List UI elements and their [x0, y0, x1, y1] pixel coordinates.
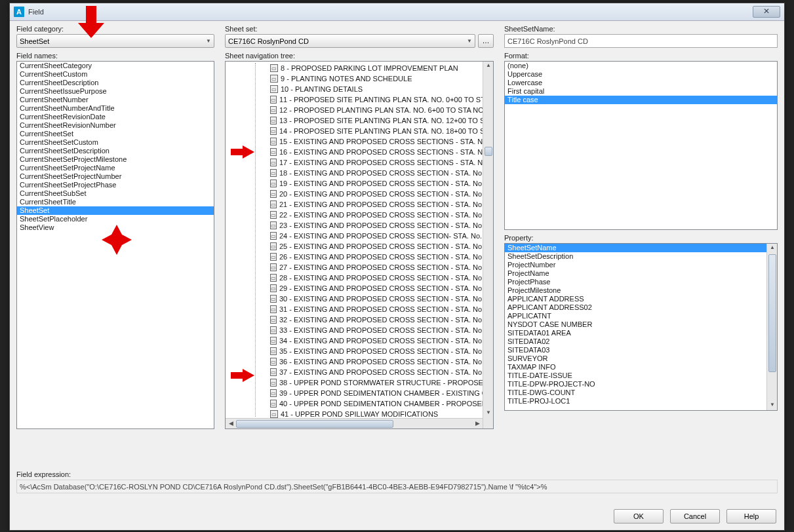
property-item[interactable]: NYSDOT CASE NUMBER: [505, 320, 766, 329]
property-list[interactable]: SheetSetNameSheetSetDescriptionProjectNu…: [504, 243, 778, 411]
tree-item[interactable]: ▭12 - PROPOSED PLANTING PLAN STA. NO. 6+…: [270, 105, 483, 115]
tree-item[interactable]: ▭9 - PLANTING NOTES AND SCHEDULE: [270, 73, 483, 84]
field-name-item[interactable]: CurrentSheetSetProjectMilestone: [17, 155, 214, 164]
format-item[interactable]: First capital: [505, 87, 777, 96]
field-name-item[interactable]: CurrentSheetRevisionDate: [17, 113, 214, 121]
format-list[interactable]: (none)UppercaseLowercaseFirst capitalTit…: [504, 61, 778, 230]
property-item[interactable]: SITEDATA03: [505, 346, 766, 354]
property-item[interactable]: SheetSetDescription: [505, 252, 766, 261]
format-item[interactable]: Title case: [505, 96, 777, 104]
tree-item[interactable]: ▭20 - EXISTING AND PROPOSED CROSS SECTIO…: [270, 189, 483, 199]
scroll-left-icon[interactable]: ◀: [226, 419, 236, 428]
tree-item[interactable]: ▭21 - EXISTING AND PROPOSED CROSS SECTIO…: [270, 199, 483, 210]
sheet-navigation-tree[interactable]: ▭8 - PROPOSED PARKING LOT IMPROVEMENT PL…: [225, 61, 494, 429]
property-item[interactable]: APPLICATNT: [505, 312, 766, 320]
tree-horizontal-scrollbar[interactable]: ◀ ▶: [226, 418, 483, 428]
format-item[interactable]: Uppercase: [505, 70, 777, 79]
scroll-down-icon[interactable]: ▼: [485, 409, 492, 418]
tree-item[interactable]: ▭35 - EXISTING AND PROPOSED CROSS SECTIO…: [270, 346, 483, 356]
tree-item[interactable]: ▭37 - EXISTING AND PROPOSED CROSS SECTIO…: [270, 367, 483, 377]
property-item[interactable]: APPLICANT ADDRESS02: [505, 303, 766, 312]
field-name-item[interactable]: CurrentSheetNumber: [17, 96, 214, 104]
property-item[interactable]: TITLE-PROJ-LOC1: [505, 397, 766, 406]
property-item[interactable]: APPLICANT ADDRESS: [505, 295, 766, 303]
tree-item[interactable]: ▭30 - EXISTING AND PROPOSED CROSS SECTIO…: [270, 294, 483, 304]
property-item[interactable]: ProjectName: [505, 269, 766, 278]
field-name-item[interactable]: CurrentSheetSetCustom: [17, 138, 214, 147]
tree-item[interactable]: ▭34 - EXISTING AND PROPOSED CROSS SECTIO…: [270, 335, 483, 346]
field-category-dropdown[interactable]: SheetSet ▼: [16, 34, 214, 48]
property-item[interactable]: SITEDATA02: [505, 337, 766, 346]
help-button[interactable]: Help: [726, 509, 776, 523]
tree-item[interactable]: ▭32 - EXISTING AND PROPOSED CROSS SECTIO…: [270, 314, 483, 325]
close-button[interactable]: ✕: [753, 6, 780, 18]
tree-item[interactable]: ▭11 - PROPOSED SITE PLANTING PLAN STA. N…: [270, 94, 483, 105]
format-item[interactable]: (none): [505, 62, 777, 70]
field-name-item[interactable]: CurrentSheetNumberAndTitle: [17, 104, 214, 113]
scroll-right-icon[interactable]: ▶: [472, 419, 483, 428]
tree-item[interactable]: ▭10 - PLANTING DETAILS: [270, 84, 483, 94]
tree-item[interactable]: ▭18 - EXISTING AND PROPOSED CROSS SECTIO…: [270, 168, 483, 178]
browse-button[interactable]: …: [478, 34, 494, 48]
field-name-item[interactable]: CurrentSheetSetProjectNumber: [17, 172, 214, 181]
tree-item[interactable]: ▭24 - EXISTING AND PROPOSED CROSS SECTIO…: [270, 231, 483, 241]
tree-item[interactable]: ▭33 - EXISTING AND PROPOSED CROSS SECTIO…: [270, 325, 483, 335]
tree-item[interactable]: ▭16 - EXISTING AND PROPOSED CROSS SECTIO…: [270, 147, 483, 157]
cancel-button[interactable]: Cancel: [670, 509, 720, 523]
property-item[interactable]: TAXMAP INFO: [505, 363, 766, 371]
field-name-item[interactable]: CurrentSheetRevisionNumber: [17, 121, 214, 130]
tree-item[interactable]: ▭26 - EXISTING AND PROPOSED CROSS SECTIO…: [270, 252, 483, 262]
tree-vertical-scrollbar[interactable]: ▲ ▼: [483, 62, 493, 428]
field-name-item[interactable]: SheetSet: [17, 206, 214, 215]
tree-item[interactable]: ▭17 - EXISTING AND PROPOSED CROSS SECTIO…: [270, 157, 483, 168]
scroll-thumb[interactable]: [768, 254, 776, 372]
ok-button[interactable]: OK: [614, 509, 664, 523]
tree-item[interactable]: ▭29 - EXISTING AND PROPOSED CROSS SECTIO…: [270, 283, 483, 294]
property-item[interactable]: TITLE-DWG-COUNT: [505, 389, 766, 397]
field-name-item[interactable]: CurrentSheetSet: [17, 130, 214, 138]
tree-item[interactable]: ▭38 - UPPER POND STORMWATER STRUCTURE - …: [270, 377, 483, 388]
property-item[interactable]: TITLE-DPW-PROJECT-NO: [505, 380, 766, 389]
tree-item[interactable]: ▭27 - EXISTING AND PROPOSED CROSS SECTIO…: [270, 262, 483, 273]
tree-item[interactable]: ▭28 - EXISTING AND PROPOSED CROSS SECTIO…: [270, 273, 483, 283]
tree-item[interactable]: ▭25 - EXISTING AND PROPOSED CROSS SECTIO…: [270, 241, 483, 252]
field-name-item[interactable]: CurrentSheetSetProjectPhase: [17, 181, 214, 189]
tree-item[interactable]: ▭19 - EXISTING AND PROPOSED CROSS SECTIO…: [270, 178, 483, 189]
field-name-item[interactable]: CurrentSheetSubSet: [17, 189, 214, 198]
property-item[interactable]: SITEDATA01 AREA: [505, 329, 766, 337]
property-item[interactable]: SheetSetName: [505, 244, 766, 252]
property-item[interactable]: ProjectPhase: [505, 278, 766, 286]
tree-item[interactable]: ▭13 - PROPOSED SITE PLANTING PLAN STA. N…: [270, 115, 483, 126]
property-item[interactable]: ProjectMilestone: [505, 286, 766, 295]
tree-item[interactable]: ▭31 - EXISTING AND PROPOSED CROSS SECTIO…: [270, 304, 483, 314]
sheet-set-dropdown[interactable]: CE716C RoslynPond CD ▼: [225, 34, 475, 48]
format-item[interactable]: Lowercase: [505, 79, 777, 87]
property-item[interactable]: ProjectNumber: [505, 261, 766, 269]
field-name-item[interactable]: SheetSetPlaceholder: [17, 215, 214, 223]
scroll-up-icon[interactable]: ▲: [485, 62, 492, 71]
tree-item[interactable]: ▭36 - EXISTING AND PROPOSED CROSS SECTIO…: [270, 356, 483, 367]
tree-item[interactable]: ▭22 - EXISTING AND PROPOSED CROSS SECTIO…: [270, 210, 483, 220]
scroll-thumb[interactable]: [485, 147, 492, 156]
tree-item[interactable]: ▭40 - UPPER POND SEDIMENTATION CHAMBER -…: [270, 398, 483, 409]
field-name-item[interactable]: CurrentSheetCategory: [17, 62, 214, 70]
field-name-item[interactable]: CurrentSheetDescription: [17, 79, 214, 87]
property-item[interactable]: SURVEYOR: [505, 354, 766, 363]
field-name-item[interactable]: CurrentSheetSetDescription: [17, 147, 214, 155]
tree-item[interactable]: ▭15 - EXISTING AND PROPOSED CROSS SECTIO…: [270, 136, 483, 147]
scroll-thumb[interactable]: [236, 420, 393, 428]
scroll-down-icon[interactable]: ▼: [768, 401, 776, 410]
tree-item[interactable]: ▭8 - PROPOSED PARKING LOT IMPROVEMENT PL…: [270, 63, 483, 73]
field-name-item[interactable]: CurrentSheetSetProjectName: [17, 164, 214, 172]
field-name-item[interactable]: CurrentSheetCustom: [17, 70, 214, 79]
field-name-item[interactable]: SheetView: [17, 223, 214, 232]
scroll-up-icon[interactable]: ▲: [768, 244, 776, 253]
field-name-item[interactable]: CurrentSheetIssuePurpose: [17, 87, 214, 96]
property-scrollbar[interactable]: ▲ ▼: [766, 244, 777, 410]
tree-item[interactable]: ▭14 - PROPOSED SITE PLANTING PLAN STA. N…: [270, 126, 483, 136]
field-name-item[interactable]: CurrentSheetTitle: [17, 198, 214, 206]
tree-item[interactable]: ▭39 - UPPER POND SEDIMENTATION CHAMBER -…: [270, 388, 483, 398]
field-names-list[interactable]: CurrentSheetCategoryCurrentSheetCustomCu…: [16, 61, 214, 429]
property-item[interactable]: TITLE-DATE-ISSUE: [505, 371, 766, 380]
tree-item[interactable]: ▭23 - EXISTING AND PROPOSED CROSS SECTIO…: [270, 220, 483, 231]
